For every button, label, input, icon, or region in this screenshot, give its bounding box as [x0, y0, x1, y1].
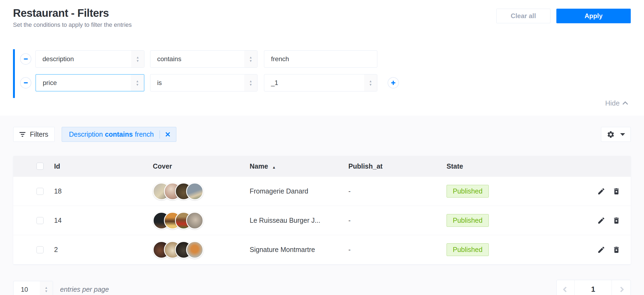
entries-table: Id Cover Name ▲ Publish_at State 18 From… [13, 156, 631, 264]
gear-icon [607, 130, 615, 139]
filter-value-input[interactable] [264, 50, 377, 68]
value-wrap [264, 50, 377, 68]
remove-filter-row-button[interactable] [20, 53, 31, 65]
list-view-section: Filters Description contains french ✕ Id… [0, 116, 644, 295]
page-subtitle: Set the conditions to apply to filter th… [13, 21, 132, 28]
cell-id: 18 [54, 187, 153, 195]
column-header-id[interactable]: Id [54, 162, 153, 170]
table-footer: 10 ▲▼ entries per page 1 [13, 280, 631, 295]
table-row[interactable]: 2 Signature Montmartre - Published [13, 235, 631, 264]
row-checkbox[interactable] [37, 188, 44, 195]
add-filter-row-button[interactable] [388, 77, 399, 88]
row-checkbox[interactable] [37, 246, 44, 253]
page-title: Restaurant - Filters [13, 7, 132, 19]
select-arrows-icon: ▲▼ [131, 51, 144, 67]
field-select[interactable]: description ▲▼ [35, 50, 144, 68]
select-arrows-icon: ▲▼ [131, 75, 144, 91]
chevron-left-icon [563, 287, 568, 292]
sort-asc-icon: ▲ [272, 165, 276, 169]
status-badge: Published [447, 243, 489, 256]
tag-divider [160, 130, 160, 139]
filter-row-1: description ▲▼ contains ▲▼ [20, 50, 631, 68]
delete-icon[interactable] [612, 187, 620, 195]
cell-publish-at: - [348, 187, 447, 195]
filter-builder: description ▲▼ contains ▲▼ price ▲▼ is ▲… [13, 49, 631, 98]
table-row[interactable]: 18 Fromagerie Danard - Published [13, 176, 631, 206]
prev-page-button[interactable] [557, 280, 574, 295]
cover-images [153, 183, 250, 200]
status-badge: Published [447, 214, 489, 227]
cell-name: Fromagerie Danard [250, 187, 348, 195]
active-filter-tag: Description contains french ✕ [62, 127, 176, 142]
edit-icon[interactable] [597, 246, 605, 254]
row-actions [585, 217, 631, 225]
remove-filter-icon[interactable]: ✕ [165, 131, 171, 138]
header-actions: Clear all Apply [496, 9, 631, 23]
filter-row-2: price ▲▼ is ▲▼ _1 ▲▼ [20, 74, 631, 91]
chevron-up-icon [622, 101, 628, 107]
table-header-row: Id Cover Name ▲ Publish_at State [13, 156, 631, 176]
chevron-right-icon [618, 287, 624, 292]
plus-icon [391, 81, 395, 85]
filters-button[interactable]: Filters [13, 127, 55, 142]
page-header-text: Restaurant - Filters Set the conditions … [13, 7, 132, 28]
column-header-publish-at[interactable]: Publish_at [348, 162, 447, 170]
select-arrows-icon: ▲▼ [364, 74, 377, 91]
select-arrows-icon: ▲▼ [244, 51, 257, 67]
minus-icon [24, 82, 28, 83]
column-header-state[interactable]: State [447, 162, 585, 170]
page-header: Restaurant - Filters Set the conditions … [13, 7, 631, 28]
pagination: 1 [556, 280, 631, 295]
next-page-button[interactable] [612, 280, 630, 295]
apply-button[interactable]: Apply [556, 9, 631, 23]
entries-per-page-select[interactable]: 10 ▲▼ [13, 281, 53, 295]
clear-all-button[interactable]: Clear all [496, 9, 550, 23]
cell-id: 14 [54, 217, 153, 224]
cell-id: 2 [54, 246, 153, 254]
cover-images [153, 212, 250, 229]
hide-toggle[interactable]: Hide [13, 99, 631, 116]
entries-per-page-label: entries per page [60, 286, 109, 293]
operator-select[interactable]: contains ▲▼ [150, 50, 257, 68]
tag-value: french [135, 130, 154, 138]
cover-photo [186, 241, 203, 258]
cell-publish-at: - [348, 246, 447, 254]
cover-images [153, 241, 250, 258]
cover-photo [186, 183, 203, 200]
column-header-name[interactable]: Name ▲ [250, 162, 348, 170]
filter-bar: Filters Description contains french ✕ [13, 127, 631, 142]
edit-icon[interactable] [597, 217, 605, 225]
cell-name: Signature Montmartre [250, 246, 348, 254]
select-all-checkbox[interactable] [37, 163, 44, 170]
row-checkbox[interactable] [37, 217, 44, 224]
cell-name: Le Ruisseau Burger J... [250, 217, 348, 224]
remove-filter-row-button[interactable] [20, 77, 31, 88]
page-number-button[interactable]: 1 [574, 280, 612, 295]
filters-panel: Restaurant - Filters Set the conditions … [0, 0, 644, 116]
delete-icon[interactable] [612, 246, 620, 254]
caret-down-icon [620, 133, 625, 136]
tag-operator: contains [105, 130, 133, 138]
row-actions [585, 246, 631, 254]
value-select[interactable]: _1 ▲▼ [264, 74, 377, 91]
row-actions [585, 187, 631, 195]
status-badge: Published [447, 185, 489, 198]
edit-icon[interactable] [597, 187, 605, 195]
table-settings-button[interactable] [601, 127, 631, 142]
cell-publish-at: - [348, 217, 447, 224]
select-arrows-icon: ▲▼ [244, 74, 257, 91]
tag-field: Description [69, 130, 103, 138]
table-row[interactable]: 14 Le Ruisseau Burger J... - Published [13, 206, 631, 235]
select-arrows-icon: ▲▼ [40, 281, 53, 295]
column-header-cover[interactable]: Cover [153, 162, 250, 170]
operator-select[interactable]: is ▲▼ [150, 74, 257, 91]
filter-icon [19, 132, 25, 137]
field-select-focused[interactable]: price ▲▼ [35, 74, 144, 91]
cover-photo [186, 212, 203, 229]
delete-icon[interactable] [612, 217, 620, 225]
minus-icon [24, 58, 28, 60]
